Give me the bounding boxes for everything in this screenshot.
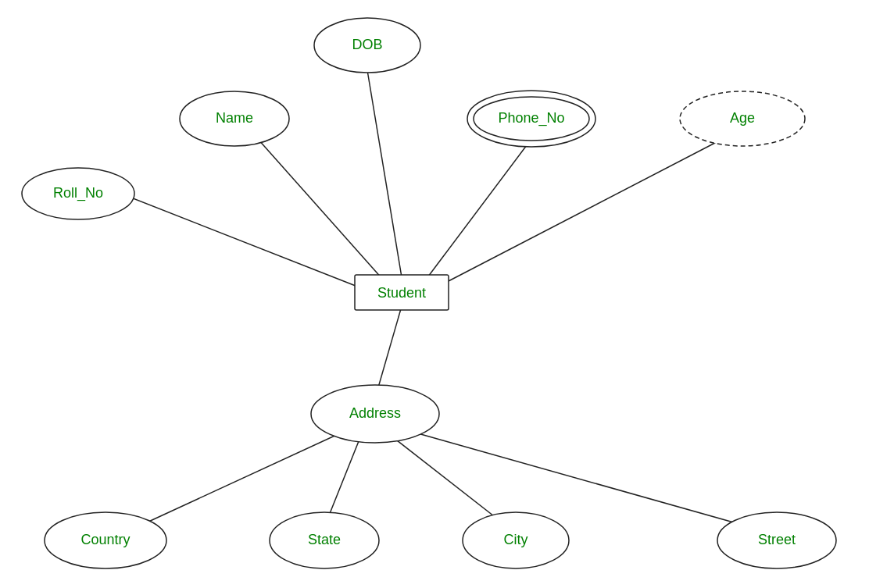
country-label: Country xyxy=(80,532,130,547)
line-student-dob xyxy=(367,70,402,277)
name-label: Name xyxy=(216,110,253,126)
city-label: City xyxy=(504,532,528,547)
er-diagram: Student DOB Name Phone_No Age Roll_No Ad… xyxy=(0,0,869,588)
line-student-rollno xyxy=(125,195,359,287)
line-address-street xyxy=(399,428,750,527)
phone-label: Phone_No xyxy=(498,110,564,127)
age-label: Age xyxy=(730,110,755,126)
line-student-address xyxy=(375,306,402,398)
rollno-label: Roll_No xyxy=(53,185,103,201)
line-student-age xyxy=(445,133,735,283)
address-label: Address xyxy=(349,405,401,421)
dob-label: DOB xyxy=(352,37,382,52)
state-label: State xyxy=(308,532,341,547)
line-address-city xyxy=(383,429,508,527)
student-label: Student xyxy=(377,285,426,301)
line-student-phone xyxy=(426,139,531,280)
line-student-name xyxy=(258,139,383,280)
street-label: Street xyxy=(758,532,796,547)
